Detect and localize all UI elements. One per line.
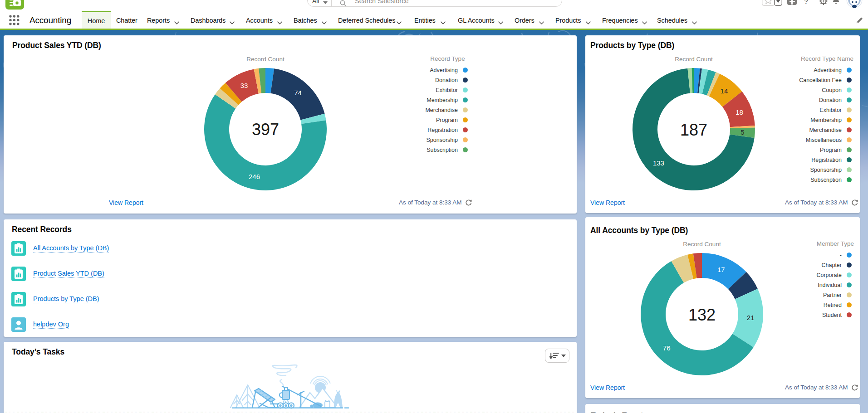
svg-text:21: 21 xyxy=(747,314,755,321)
svg-text:246: 246 xyxy=(249,173,260,180)
svg-text:132: 132 xyxy=(688,306,716,324)
svg-text:33: 33 xyxy=(240,82,248,89)
svg-text:187: 187 xyxy=(680,121,707,139)
svg-text:74: 74 xyxy=(294,89,302,97)
svg-text:Record Count: Record Count xyxy=(246,56,284,63)
svg-text:Record Count: Record Count xyxy=(683,241,721,248)
svg-text:5: 5 xyxy=(740,128,744,136)
svg-text:17: 17 xyxy=(717,266,725,273)
svg-text:Record Count: Record Count xyxy=(675,56,713,63)
svg-text:18: 18 xyxy=(736,108,743,116)
svg-text:133: 133 xyxy=(653,159,664,167)
svg-text:76: 76 xyxy=(663,344,671,352)
svg-text:397: 397 xyxy=(252,120,279,139)
svg-text:14: 14 xyxy=(721,87,728,95)
